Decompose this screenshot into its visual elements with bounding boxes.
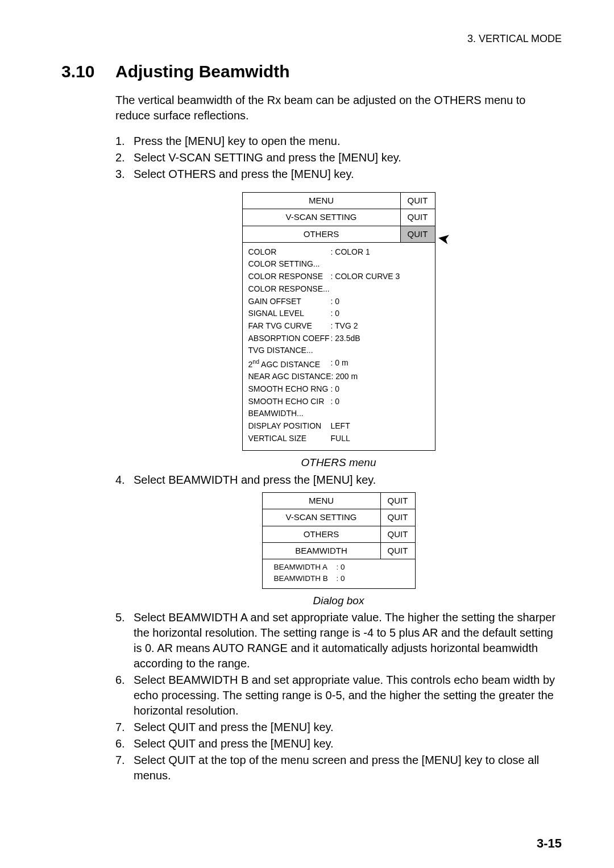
menu-item[interactable]: COLOR: COLOR 1 bbox=[248, 246, 429, 259]
menu-item[interactable]: COLOR RESPONSE... bbox=[248, 283, 429, 296]
menu-item-value: : 0 bbox=[337, 562, 409, 573]
steps-list-a: 1.Press the [MENU] key to open the menu.… bbox=[115, 134, 562, 182]
menu-item-value: : COLOR 1 bbox=[331, 246, 429, 259]
menu-item[interactable]: COLOR RESPONSE: COLOR CURVE 3 bbox=[248, 271, 429, 283]
step-number: 6. bbox=[115, 672, 134, 719]
quit-button[interactable]: QUIT bbox=[380, 509, 415, 525]
menu-item-value: : TVG 2 bbox=[331, 320, 429, 333]
menu-item-value: LEFT bbox=[331, 420, 429, 433]
menu-header-row: V-SCAN SETTINGQUIT bbox=[243, 209, 435, 226]
menu-item[interactable]: NEAR AGC DISTANCE: 200 m bbox=[248, 371, 429, 383]
menu-item[interactable]: COLOR SETTING... bbox=[248, 258, 429, 271]
menu-header-label: OTHERS bbox=[243, 226, 400, 242]
menu-item-value bbox=[331, 258, 429, 271]
menu-item-value: : 23.5dB bbox=[331, 333, 429, 345]
page-number: 3-15 bbox=[537, 836, 562, 851]
menu-item-key: COLOR RESPONSE... bbox=[248, 283, 331, 296]
menu-items: COLOR: COLOR 1COLOR SETTING...COLOR RESP… bbox=[243, 243, 435, 451]
list-item: 2.Select V-SCAN SETTING and press the [M… bbox=[115, 150, 562, 165]
step-number: 7. bbox=[115, 720, 134, 735]
menu-item-value: : 0 bbox=[331, 396, 429, 408]
menu-item[interactable]: TVG DISTANCE... bbox=[248, 344, 429, 357]
menu-header-row: MENUQUIT bbox=[243, 193, 435, 209]
menu-item-value bbox=[331, 408, 429, 420]
menu-item[interactable]: SMOOTH ECHO CIR: 0 bbox=[248, 396, 429, 408]
menu-item[interactable]: BEAMWIDTH B: 0 bbox=[274, 573, 409, 584]
dialog-caption: Dialog box bbox=[115, 593, 562, 608]
menu-items: BEAMWIDTH A: 0BEAMWIDTH B: 0 bbox=[263, 559, 415, 588]
step-text: Press the [MENU] key to open the menu. bbox=[134, 134, 562, 149]
menu-item[interactable]: FAR TVG CURVE: TVG 2 bbox=[248, 320, 429, 333]
list-item: 5.Select BEAMWIDTH A and set appropriate… bbox=[115, 610, 562, 671]
quit-button[interactable]: QUIT bbox=[380, 493, 415, 509]
list-item: 3.Select OTHERS and press the [MENU] key… bbox=[115, 167, 562, 182]
menu-item-key: SMOOTH ECHO CIR bbox=[248, 396, 331, 408]
intro-paragraph: The vertical beamwidth of the Rx beam ca… bbox=[115, 93, 562, 123]
list-item: 6.Select QUIT and press the [MENU] key. bbox=[115, 736, 562, 751]
others-menu: ➤ MENUQUITV-SCAN SETTINGQUITOTHERSQUITCO… bbox=[242, 192, 435, 451]
menu-caption: OTHERS menu bbox=[115, 455, 562, 470]
menu-item[interactable]: BEAMWIDTH... bbox=[248, 408, 429, 420]
menu-item-key: COLOR SETTING... bbox=[248, 258, 331, 271]
step-text: Select QUIT and press the [MENU] key. bbox=[134, 720, 562, 735]
step-number: 3. bbox=[115, 167, 134, 182]
menu-item-key: VERTICAL SIZE bbox=[248, 433, 331, 445]
menu-header-row: OTHERSQUIT bbox=[243, 226, 435, 243]
menu-item-key: COLOR RESPONSE bbox=[248, 271, 331, 283]
quit-button[interactable]: QUIT bbox=[400, 226, 435, 242]
menu-item-key: TVG DISTANCE... bbox=[248, 344, 331, 357]
section-number: 3.10 bbox=[61, 62, 115, 81]
quit-button[interactable]: QUIT bbox=[400, 193, 435, 209]
menu-item[interactable]: VERTICAL SIZE FULL bbox=[248, 433, 429, 445]
page-header: 3. VERTICAL MODE bbox=[61, 33, 562, 45]
quit-button[interactable]: QUIT bbox=[380, 526, 415, 542]
menu-item-key: COLOR bbox=[248, 246, 331, 259]
list-item: 4.Select BEAMWIDTH and press the [MENU] … bbox=[115, 472, 562, 488]
menu-header-row: BEAMWIDTHQUIT bbox=[263, 543, 415, 559]
menu-header-label: BEAMWIDTH bbox=[263, 543, 380, 559]
menu-item-key: BEAMWIDTH A bbox=[274, 562, 337, 573]
menu-header-row: V-SCAN SETTINGQUIT bbox=[263, 509, 415, 526]
menu-item-value: : 0 bbox=[337, 573, 409, 584]
menu-header-label: V-SCAN SETTING bbox=[243, 209, 400, 225]
menu-header-row: OTHERSQUIT bbox=[263, 526, 415, 543]
step-number: 2. bbox=[115, 150, 134, 165]
menu-item-value bbox=[331, 283, 429, 296]
menu-header-label: V-SCAN SETTING bbox=[263, 509, 380, 525]
step-number: 1. bbox=[115, 134, 134, 149]
list-item: 7.Select QUIT and press the [MENU] key. bbox=[115, 720, 562, 735]
quit-button[interactable]: QUIT bbox=[400, 209, 435, 225]
section-title: Adjusting Beamwidth bbox=[115, 62, 290, 81]
menu-item-key: ABSORPTION COEFF bbox=[248, 333, 331, 345]
menu-header-label: OTHERS bbox=[263, 526, 380, 542]
menu-item[interactable]: 2nd AGC DISTANCE: 0 m bbox=[248, 357, 429, 371]
menu-item-value bbox=[331, 344, 429, 357]
step-text: Select BEAMWIDTH B and set appropriate v… bbox=[134, 672, 562, 719]
menu-item[interactable]: ABSORPTION COEFF: 23.5dB bbox=[248, 333, 429, 345]
menu-item-value: FULL bbox=[331, 433, 429, 445]
step-text: Select BEAMWIDTH and press the [MENU] ke… bbox=[134, 472, 562, 488]
menu-item-value: : 0 bbox=[331, 308, 429, 320]
menu-item[interactable]: SMOOTH ECHO RNG: 0 bbox=[248, 383, 429, 396]
menu-item-value: : 200 m bbox=[331, 371, 429, 383]
quit-button[interactable]: QUIT bbox=[380, 543, 415, 559]
menu-item[interactable]: SIGNAL LEVEL: 0 bbox=[248, 308, 429, 320]
menu-header-row: MENUQUIT bbox=[263, 493, 415, 509]
step-text: Select BEAMWIDTH A and set appropriate v… bbox=[134, 610, 562, 671]
step-number: 7. bbox=[115, 753, 134, 783]
step-number: 6. bbox=[115, 736, 134, 751]
menu-item-value: : 0 bbox=[331, 296, 429, 308]
menu-item-key: NEAR AGC DISTANCE bbox=[248, 371, 331, 383]
menu-header-label: MENU bbox=[263, 493, 380, 509]
menu-item[interactable]: DISPLAY POSITION LEFT bbox=[248, 420, 429, 433]
menu-item-key: DISPLAY POSITION bbox=[248, 420, 331, 433]
section-heading: 3.10Adjusting Beamwidth bbox=[61, 62, 562, 81]
step-text: Select QUIT and press the [MENU] key. bbox=[134, 736, 562, 751]
menu-item-key: FAR TVG CURVE bbox=[248, 320, 331, 333]
menu-item-value: : COLOR CURVE 3 bbox=[331, 271, 429, 283]
step-text: Select OTHERS and press the [MENU] key. bbox=[134, 167, 562, 182]
menu-item[interactable]: BEAMWIDTH A: 0 bbox=[274, 562, 409, 573]
step-number: 5. bbox=[115, 610, 134, 671]
menu-item[interactable]: GAIN OFFSET: 0 bbox=[248, 296, 429, 308]
menu-item-key: 2nd AGC DISTANCE bbox=[248, 357, 331, 371]
